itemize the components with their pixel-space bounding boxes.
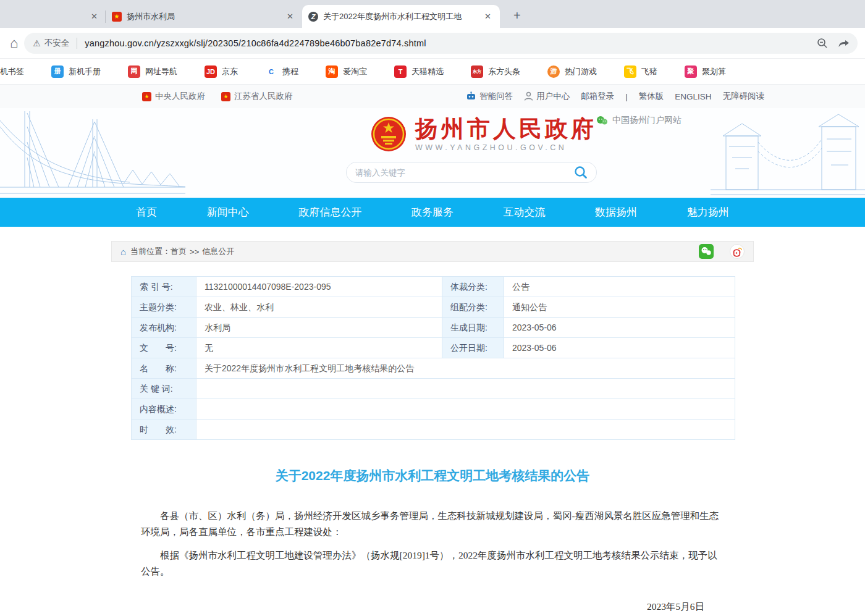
bookmark-favicon: 淘 bbox=[326, 65, 338, 78]
nav-item[interactable]: 数据扬州 bbox=[591, 203, 641, 222]
meta-value: 11321000014407098E-2023-095 bbox=[196, 277, 442, 297]
meta-label: 公开日期: bbox=[442, 338, 504, 358]
bookmark-label: 新机手册 bbox=[69, 66, 101, 77]
browser-toolbar: ⌂ ⚠ 不安全 yangzhou.gov.cn/yzszxxgk/slj/202… bbox=[0, 28, 865, 59]
site-title: 扬州市人民政府 bbox=[415, 117, 597, 141]
meta-label: 生成日期: bbox=[442, 318, 504, 337]
wechat-icon bbox=[596, 116, 608, 125]
bookmark-favicon: 游 bbox=[547, 65, 560, 78]
meta-label: 名 称: bbox=[132, 358, 196, 378]
close-icon[interactable]: ✕ bbox=[284, 11, 296, 22]
meta-value: 无 bbox=[196, 338, 442, 358]
meta-value: 公告 bbox=[504, 277, 735, 297]
home-icon[interactable]: ⌂ bbox=[10, 35, 18, 51]
bookmark-label: 东方头条 bbox=[488, 66, 520, 77]
bookmark-label: 携程 bbox=[282, 66, 298, 77]
breadcrumb-home-link[interactable]: 首页 bbox=[171, 246, 187, 257]
bookmark-label: 热门游戏 bbox=[565, 66, 597, 77]
meta-value bbox=[196, 379, 735, 399]
person-icon bbox=[524, 91, 533, 101]
bookmark-item[interactable]: 游 热门游戏 bbox=[547, 65, 597, 78]
nav-item[interactable]: 政务服务 bbox=[408, 203, 457, 222]
site-url-label: WWW.YANGZHOU.GOV.CN bbox=[415, 143, 597, 152]
gov-emblem-icon: ★ bbox=[221, 92, 230, 101]
tab-bar: ✕ ★ 扬州市水利局 ✕ Z 关于2022年度扬州市水利工程文明工地 ✕ + bbox=[0, 0, 865, 28]
bookmark-favicon: 网 bbox=[128, 65, 140, 78]
meta-label: 时 效: bbox=[132, 420, 196, 439]
bookmark-item[interactable]: 飞 飞猪 bbox=[624, 65, 657, 78]
tab-partial[interactable]: ✕ bbox=[0, 5, 105, 28]
smart-qa-link[interactable]: 智能问答 bbox=[466, 91, 513, 102]
meta-value bbox=[196, 399, 735, 419]
url-text[interactable]: yangzhou.gov.cn/yzszxxgk/slj/202305/210c… bbox=[85, 38, 426, 48]
share-icon[interactable] bbox=[838, 38, 850, 49]
meta-label: 发布机构: bbox=[132, 318, 196, 337]
article-paragraph: 各县（市、区）水利（务）局，扬州经济开发区城乡事务管理局，生态科技新城规划建设局… bbox=[141, 508, 724, 540]
bookmark-item[interactable]: 聚 聚划算 bbox=[685, 65, 726, 78]
utility-link[interactable]: 无障碍阅读 bbox=[723, 91, 765, 102]
main-nav: 首页 新闻中心 政府信息公开 政务服务 互动交流 数据扬州 魅力扬州 bbox=[0, 198, 865, 227]
breadcrumb-current-link[interactable]: 信息公开 bbox=[202, 246, 234, 257]
nav-item[interactable]: 首页 bbox=[132, 203, 161, 222]
search-input[interactable] bbox=[355, 168, 574, 177]
robot-icon bbox=[466, 91, 476, 101]
nav-item[interactable]: 政府信息公开 bbox=[295, 203, 365, 222]
security-label[interactable]: 不安全 bbox=[44, 38, 70, 49]
bookmark-favicon: C bbox=[265, 65, 277, 78]
gov-link-label: 中央人民政府 bbox=[155, 91, 205, 102]
meta-value: 农业、林业、水利 bbox=[196, 297, 442, 317]
bookmark-item[interactable]: 册 新机手册 bbox=[51, 65, 101, 78]
banner-art-right-bridge bbox=[711, 108, 865, 198]
nav-item[interactable]: 魅力扬州 bbox=[683, 203, 733, 222]
portal-label[interactable]: 中国扬州门户网站 bbox=[596, 115, 681, 126]
bookmarks-bar: 机书签 册 新机手册 网 网址导航 JD 京东 C 携程 淘 爱淘宝 T 天猫精… bbox=[0, 59, 865, 85]
user-center-link[interactable]: 用户中心 bbox=[524, 91, 570, 102]
bookmark-label: 京东 bbox=[222, 66, 238, 77]
bookmark-item[interactable]: JD 京东 bbox=[205, 65, 238, 78]
wechat-share-icon[interactable] bbox=[699, 244, 714, 259]
address-bar[interactable]: ⚠ 不安全 yangzhou.gov.cn/yzszxxgk/slj/20230… bbox=[24, 33, 858, 54]
bookmark-item[interactable]: 东方 东方头条 bbox=[471, 65, 520, 78]
utility-link[interactable]: 繁体版 bbox=[639, 91, 664, 102]
nav-item[interactable]: 新闻中心 bbox=[203, 203, 253, 222]
smart-qa-label: 智能问答 bbox=[479, 91, 513, 102]
meta-value: 关于2022年度扬州市水利工程文明工地考核结果的公告 bbox=[196, 358, 735, 378]
site-logo-icon: Z bbox=[308, 12, 318, 22]
site-logo[interactable]: 扬州市人民政府 WWW.YANGZHOU.GOV.CN bbox=[371, 116, 597, 152]
bookmark-item[interactable]: 机书签 bbox=[0, 66, 24, 77]
close-icon[interactable]: ✕ bbox=[88, 11, 100, 22]
bookmark-item[interactable]: T 天猫精选 bbox=[394, 65, 444, 78]
article-title: 关于2022年度扬州市水利工程文明工地考核结果的公告 bbox=[141, 467, 724, 484]
nav-item[interactable]: 互动交流 bbox=[500, 203, 549, 222]
search-box[interactable] bbox=[346, 162, 597, 183]
zoom-out-icon[interactable] bbox=[817, 38, 828, 49]
utility-link[interactable]: 邮箱登录 bbox=[581, 91, 614, 102]
bookmark-item[interactable]: C 携程 bbox=[265, 65, 298, 78]
meta-value bbox=[196, 420, 735, 439]
bookmark-label: 爱淘宝 bbox=[343, 66, 367, 77]
gov-portal-link[interactable]: ★ 江苏省人民政府 bbox=[221, 91, 293, 102]
bookmark-item[interactable]: 网 网址导航 bbox=[128, 65, 177, 78]
meta-label: 关 键 词: bbox=[132, 379, 196, 399]
bookmark-favicon: 册 bbox=[51, 65, 64, 78]
tab-active-announcement[interactable]: Z 关于2022年度扬州市水利工程文明工地 ✕ bbox=[302, 5, 500, 28]
weibo-share-icon[interactable] bbox=[730, 244, 745, 259]
site-banner: 扬州市人民政府 WWW.YANGZHOU.GOV.CN 中国扬州门户网站 bbox=[0, 108, 865, 198]
bookmark-favicon: T bbox=[394, 65, 407, 78]
utility-link[interactable]: | bbox=[625, 92, 628, 101]
new-tab-button[interactable]: + bbox=[508, 9, 526, 23]
meta-label: 组配分类: bbox=[442, 297, 504, 317]
bookmark-label: 网址导航 bbox=[145, 66, 177, 77]
bookmark-label: 聚划算 bbox=[702, 66, 726, 77]
article: 关于2022年度扬州市水利工程文明工地考核结果的公告 各县（市、区）水利（务）局… bbox=[111, 467, 754, 616]
tab-yangzhou-water-bureau[interactable]: ★ 扬州市水利局 ✕ bbox=[106, 5, 302, 28]
bookmark-item[interactable]: 淘 爱淘宝 bbox=[326, 65, 367, 78]
warning-icon[interactable]: ⚠ bbox=[33, 38, 41, 48]
utility-link[interactable]: ENGLISH bbox=[675, 92, 711, 101]
gov-portal-link[interactable]: ★ 中央人民政府 bbox=[142, 91, 205, 102]
bookmark-favicon: 飞 bbox=[624, 65, 636, 78]
article-paragraph: 根据《扬州市水利工程文明工地建设管理办法》（扬水规[2019]1号），2022年… bbox=[141, 547, 724, 580]
search-icon[interactable] bbox=[574, 166, 588, 179]
close-icon[interactable]: ✕ bbox=[482, 11, 494, 22]
gov-link-label: 江苏省人民政府 bbox=[234, 91, 293, 102]
